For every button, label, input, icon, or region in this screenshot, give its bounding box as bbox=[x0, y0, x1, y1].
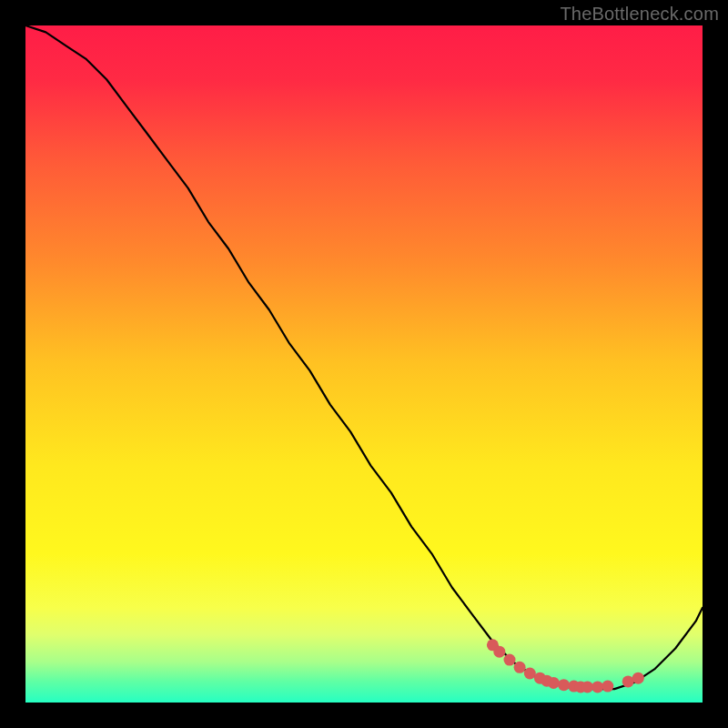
marker-point bbox=[592, 681, 603, 693]
chart-container: TheBottleneck.com bbox=[0, 0, 728, 728]
marker-point bbox=[622, 675, 634, 687]
marker-point bbox=[493, 646, 505, 658]
marker-point bbox=[632, 672, 644, 684]
bottleneck-chart bbox=[0, 0, 728, 728]
marker-point bbox=[558, 679, 570, 691]
marker-point bbox=[524, 668, 536, 680]
plot-background bbox=[25, 25, 703, 703]
marker-point bbox=[581, 681, 593, 693]
marker-point bbox=[602, 681, 613, 693]
marker-point bbox=[504, 654, 516, 666]
marker-point bbox=[514, 662, 526, 673]
marker-point bbox=[548, 677, 560, 689]
